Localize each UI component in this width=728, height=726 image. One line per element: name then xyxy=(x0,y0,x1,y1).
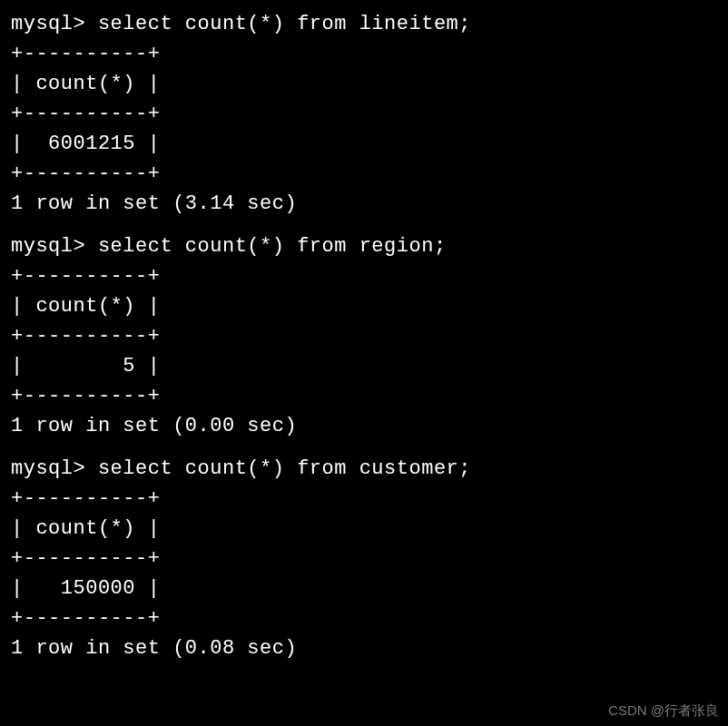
mysql-prompt: mysql> xyxy=(11,13,85,35)
table-border-top: +----------+ xyxy=(11,39,717,69)
watermark-text: CSDN @行者张良 xyxy=(608,701,719,721)
sql-command: select count(*) from region; xyxy=(98,235,447,258)
query-block-lineitem: mysql> select count(*) from lineitem; +-… xyxy=(11,9,717,219)
result-summary: 1 row in set (0.08 sec) xyxy=(11,633,717,663)
table-row: | 150000 | xyxy=(11,574,717,603)
mysql-prompt: mysql> xyxy=(11,235,85,258)
prompt-line[interactable]: mysql> select count(*) from customer; xyxy=(11,454,717,484)
result-summary: 1 row in set (0.00 sec) xyxy=(11,411,717,441)
table-border-bottom: +----------+ xyxy=(11,381,717,411)
table-border-bottom: +----------+ xyxy=(11,159,717,189)
table-row: | 6001215 | xyxy=(11,129,717,159)
table-header: | count(*) | xyxy=(11,69,717,99)
table-border-mid: +----------+ xyxy=(11,99,717,129)
sql-command: select count(*) from lineitem; xyxy=(98,13,471,35)
query-block-region: mysql> select count(*) from region; +---… xyxy=(11,231,717,441)
mysql-prompt: mysql> xyxy=(11,457,85,480)
table-border-mid: +----------+ xyxy=(11,544,717,574)
table-border-top: +----------+ xyxy=(11,484,717,514)
table-row: | 5 | xyxy=(11,351,717,381)
table-border-bottom: +----------+ xyxy=(11,603,717,633)
prompt-line[interactable]: mysql> select count(*) from region; xyxy=(11,231,717,261)
table-header: | count(*) | xyxy=(11,514,717,544)
query-block-customer: mysql> select count(*) from customer; +-… xyxy=(11,454,717,663)
table-border-mid: +----------+ xyxy=(11,321,717,351)
prompt-line[interactable]: mysql> select count(*) from lineitem; xyxy=(11,9,717,39)
sql-command: select count(*) from customer; xyxy=(98,457,471,480)
table-header: | count(*) | xyxy=(11,291,717,321)
table-border-top: +----------+ xyxy=(11,261,717,291)
result-summary: 1 row in set (3.14 sec) xyxy=(11,189,717,219)
